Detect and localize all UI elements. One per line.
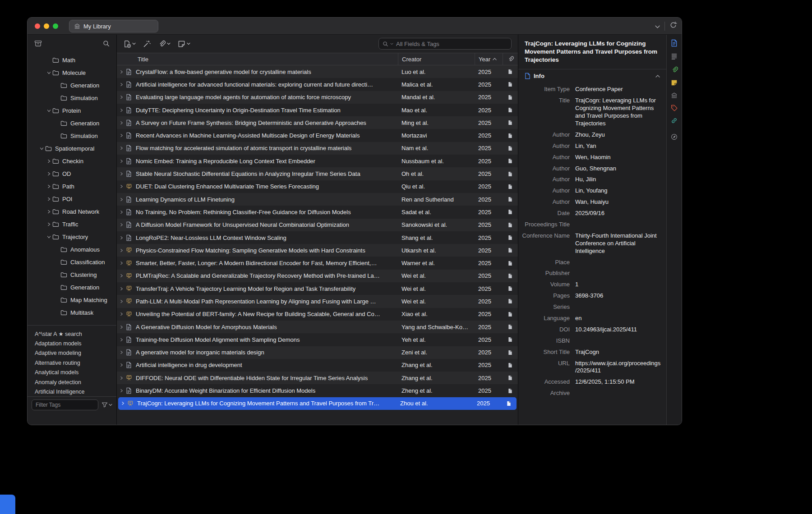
field-value[interactable]: 1 (575, 281, 662, 289)
row-expand-chevron-icon[interactable] (117, 338, 126, 342)
field-value[interactable]: TrajCogn: Leveraging LLMs for Cognizing … (575, 97, 662, 128)
field-value[interactable]: Lin, Yan (575, 142, 662, 150)
table-row[interactable]: No Training, No Problem: Rethinking Clas… (117, 206, 518, 218)
table-row[interactable]: Training-free Diffusion Model Alignment … (117, 333, 518, 346)
collection-item[interactable]: Generation (28, 281, 116, 294)
field-value[interactable] (575, 259, 662, 266)
tag-item[interactable]: Alternative routing (28, 358, 116, 367)
row-expand-chevron-icon[interactable] (117, 236, 126, 240)
collection-expand-chevron-icon[interactable] (46, 222, 52, 226)
tag-item[interactable]: Artificial Intelligence (28, 387, 116, 396)
collection-expand-chevron-icon[interactable] (46, 197, 52, 201)
field-value[interactable] (575, 390, 662, 397)
collapse-section-chevron-icon[interactable] (655, 75, 660, 78)
collection-expand-chevron-icon[interactable] (46, 109, 52, 113)
table-row[interactable]: Evaluating large language model agents f… (117, 91, 518, 104)
collection-expand-chevron-icon[interactable] (46, 184, 52, 188)
column-header-title[interactable]: Title (117, 53, 398, 65)
table-row[interactable]: TrajCogn: Leveraging LLMs for Cognizing … (118, 397, 517, 410)
table-row[interactable]: Unveiling the Potential of BERT-family: … (117, 308, 518, 321)
table-row[interactable]: Recent Advances in Machine Learning-Assi… (117, 129, 518, 142)
tag-item[interactable]: Anomaly detection (28, 377, 116, 387)
row-expand-chevron-icon[interactable] (117, 376, 126, 380)
field-value[interactable]: Lin, Youfang (575, 187, 662, 195)
field-value[interactable] (575, 270, 662, 277)
table-row[interactable]: DIFFODE: Neural ODE with Differentiable … (117, 372, 518, 384)
collection-item[interactable]: Path (28, 180, 116, 193)
field-value[interactable]: https://www.ijcai.org/proceedings/2025/4… (575, 360, 662, 375)
new-item-button[interactable] (123, 40, 136, 48)
row-expand-chevron-icon[interactable] (118, 401, 127, 405)
collection-item[interactable]: Classification (28, 256, 116, 268)
field-value[interactable]: Guo, Shengnan (575, 165, 662, 173)
table-row[interactable]: A Survey on Future Frame Synthesis: Brid… (117, 116, 518, 129)
row-expand-chevron-icon[interactable] (117, 83, 126, 87)
table-row[interactable]: DutyTTE: Deciphering Uncertainty in Orig… (117, 104, 518, 116)
field-value[interactable]: 12/6/2025, 1:15:50 PM (575, 378, 662, 386)
table-row[interactable]: PLMTrajRec: A Scalable and Generalizable… (117, 270, 518, 282)
locate-button[interactable] (671, 133, 678, 140)
zoom-window-button[interactable] (53, 23, 58, 29)
table-row[interactable]: Stable Neural Stochastic Differential Eq… (117, 167, 518, 180)
row-expand-chevron-icon[interactable] (117, 70, 126, 74)
table-row[interactable]: CrystalFlow: a flow-based generative mod… (117, 65, 518, 78)
search-input[interactable] (395, 40, 508, 48)
row-expand-chevron-icon[interactable] (117, 121, 126, 125)
close-window-button[interactable] (35, 23, 40, 29)
row-expand-chevron-icon[interactable] (117, 325, 126, 329)
collection-item[interactable]: Trajectory (28, 230, 116, 243)
sync-button[interactable] (669, 21, 677, 31)
field-value[interactable] (575, 221, 662, 229)
add-item-by-identifier-button[interactable] (143, 40, 151, 48)
row-expand-chevron-icon[interactable] (117, 350, 126, 354)
row-expand-chevron-icon[interactable] (117, 184, 126, 188)
abstract-tab-icon[interactable] (671, 53, 678, 60)
tag-item[interactable]: Analytical models (28, 368, 116, 377)
tags-tab-icon[interactable] (671, 105, 678, 111)
quick-search-box[interactable] (378, 38, 512, 50)
collection-item[interactable]: Traffic (28, 218, 116, 230)
collection-item[interactable]: Anomalous (28, 243, 116, 256)
row-expand-chevron-icon[interactable] (117, 274, 126, 278)
filter-collections-search-button[interactable] (103, 40, 110, 49)
collection-item[interactable]: Protein (28, 104, 116, 117)
column-header-creator[interactable]: Creator (398, 53, 475, 65)
collection-item[interactable]: Math (28, 54, 116, 66)
row-expand-chevron-icon[interactable] (117, 172, 126, 176)
row-expand-chevron-icon[interactable] (117, 95, 126, 99)
row-expand-chevron-icon[interactable] (117, 146, 126, 150)
info-section-header[interactable]: Info (518, 69, 666, 83)
row-expand-chevron-icon[interactable] (117, 287, 126, 291)
tab-list-chevron-icon[interactable] (655, 22, 660, 30)
table-row[interactable]: TransferTraj: A Vehicle Trajectory Learn… (117, 282, 518, 295)
minimize-window-button[interactable] (44, 23, 49, 29)
table-row[interactable]: Artificial intelligence in drug developm… (117, 359, 518, 372)
collection-item[interactable]: Simulation (28, 129, 116, 142)
row-expand-chevron-icon[interactable] (117, 159, 126, 163)
collection-item[interactable]: Generation (28, 79, 116, 92)
field-value[interactable] (575, 303, 662, 311)
collection-item[interactable]: Checkin (28, 155, 116, 167)
collection-item[interactable]: Spatiotemporal (28, 142, 116, 155)
collection-expand-chevron-icon[interactable] (46, 235, 52, 239)
field-value[interactable]: Wan, Huaiyu (575, 198, 662, 206)
table-row[interactable]: A generative model for inorganic materia… (117, 346, 518, 359)
row-expand-chevron-icon[interactable] (117, 312, 126, 316)
add-attachment-button[interactable] (158, 40, 171, 48)
collection-item[interactable]: Molecule (28, 66, 116, 79)
field-value[interactable]: Hu, Jilin (575, 176, 662, 184)
row-expand-chevron-icon[interactable] (117, 108, 126, 112)
table-row[interactable]: BinaryDM: Accurate Weight Binarization f… (117, 384, 518, 397)
related-tab-icon[interactable] (671, 117, 678, 124)
new-note-button[interactable] (178, 40, 190, 48)
collection-item[interactable]: Multitask (28, 306, 116, 319)
column-header-year[interactable]: Year (475, 53, 503, 65)
row-expand-chevron-icon[interactable] (117, 389, 126, 393)
tag-filter-options-button[interactable] (102, 402, 112, 408)
table-row[interactable]: A Generative Diffusion Model for Amorpho… (117, 321, 518, 333)
row-expand-chevron-icon[interactable] (117, 133, 126, 138)
tag-item[interactable]: A^\star A ★ search (28, 329, 116, 339)
field-value[interactable]: en (575, 315, 662, 322)
table-row[interactable]: A Diffusion Model Framework for Unsuperv… (117, 219, 518, 231)
row-expand-chevron-icon[interactable] (117, 261, 126, 265)
